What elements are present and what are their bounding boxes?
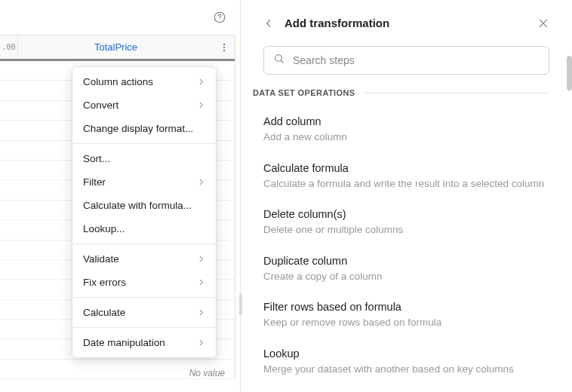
menu-item-label: Filter <box>83 176 106 188</box>
menu-item[interactable]: Convert <box>72 93 216 117</box>
column-type-badge: .00 <box>0 35 18 59</box>
transformation-desc: Keep or remove rows based on formula <box>263 316 549 329</box>
menu-item[interactable]: Column actions <box>72 70 216 93</box>
back-button[interactable] <box>263 18 274 29</box>
menu-item-label: Date manipulation <box>83 337 165 348</box>
left-toolbar <box>0 0 240 35</box>
menu-item[interactable]: Date manipulation <box>72 331 216 354</box>
column-type-code: .00 <box>2 43 15 51</box>
resize-handle[interactable] <box>239 294 242 315</box>
menu-divider <box>72 297 216 298</box>
transformation-list: Add columnAdd a new columnCalculate form… <box>241 103 572 386</box>
svg-point-3 <box>223 46 225 47</box>
transformation-item[interactable]: Duplicate columnCreate a copy of a colum… <box>263 247 549 294</box>
transformation-desc: Merge your dataset with another based on… <box>263 363 549 376</box>
svg-point-1 <box>219 20 220 20</box>
svg-point-2 <box>223 43 225 44</box>
menu-item[interactable]: Calculate <box>72 301 216 324</box>
menu-item-label: Calculate with formula... <box>83 200 192 211</box>
transformation-title: Lookup <box>263 348 549 360</box>
transformation-item[interactable]: LookupMerge your dataset with another ba… <box>263 340 549 387</box>
menu-item[interactable]: Validate <box>72 247 216 271</box>
help-icon[interactable] <box>213 11 226 27</box>
transformation-item[interactable]: Add columnAdd a new column <box>263 108 549 155</box>
transformation-title: Filter rows based on formula <box>263 301 549 313</box>
menu-item[interactable]: Lookup... <box>72 217 216 240</box>
close-button[interactable] <box>537 17 549 29</box>
transformation-title: Delete column(s) <box>263 208 549 220</box>
column-context-menu: Column actionsConvertChange display form… <box>72 66 217 358</box>
transformation-desc: Add a new column <box>263 130 549 144</box>
search-box[interactable] <box>263 46 549 75</box>
column-name[interactable]: TotalPrice <box>18 35 214 59</box>
menu-item-label: Fix errors <box>83 277 126 288</box>
menu-item-label: Validate <box>83 253 119 265</box>
column-menu-button[interactable] <box>214 35 235 59</box>
transformation-desc: Calculate a formula and write the result… <box>263 177 549 191</box>
menu-item[interactable]: Fix errors <box>72 271 216 294</box>
column-header[interactable]: .00 TotalPrice <box>0 35 235 59</box>
transformation-item[interactable]: Calculate formulaCalculate a formula and… <box>263 155 549 201</box>
menu-divider <box>72 243 216 244</box>
menu-item[interactable]: Sort... <box>72 147 216 170</box>
transformation-title: Duplicate column <box>263 255 549 267</box>
transformation-desc: Delete one or multiple columns <box>263 223 549 237</box>
menu-item[interactable]: Change display format... <box>72 117 216 140</box>
search-input[interactable] <box>293 54 540 66</box>
menu-item-label: Calculate <box>83 307 125 318</box>
svg-point-4 <box>223 50 225 51</box>
left-pane: .00 TotalPrice No value Column actionsCo… <box>0 0 240 392</box>
menu-item-label: Convert <box>83 100 118 111</box>
panel-title: Add transformation <box>284 17 537 29</box>
scrollbar-thumb[interactable] <box>567 56 572 90</box>
menu-item[interactable]: Filter <box>72 170 216 194</box>
transformation-title: Add column <box>263 115 549 127</box>
section-divider <box>364 93 549 93</box>
section-label: DATA SET OPERATIONS <box>253 88 355 97</box>
panel-header: Add transformation <box>241 0 572 40</box>
menu-item-label: Lookup... <box>83 223 125 234</box>
menu-divider <box>72 327 216 328</box>
transformation-desc: Create a copy of a column <box>263 270 549 283</box>
transformation-title: Calculate formula <box>263 162 549 174</box>
transformation-panel: Add transformation DATA SET OPERATIONS A… <box>240 0 572 392</box>
search-icon <box>273 53 285 68</box>
section-header: DATA SET OPERATIONS <box>241 88 572 103</box>
transformation-item[interactable]: Filter rows based on formulaKeep or remo… <box>263 293 549 340</box>
menu-divider <box>72 143 216 144</box>
menu-item[interactable]: Calculate with formula... <box>72 194 216 217</box>
transformation-item[interactable]: Delete column(s)Delete one or multiple c… <box>263 201 549 247</box>
menu-item-label: Sort... <box>83 153 110 164</box>
no-value-label: No value <box>189 368 225 378</box>
menu-item-label: Column actions <box>83 76 153 87</box>
menu-item-label: Change display format... <box>83 123 193 134</box>
